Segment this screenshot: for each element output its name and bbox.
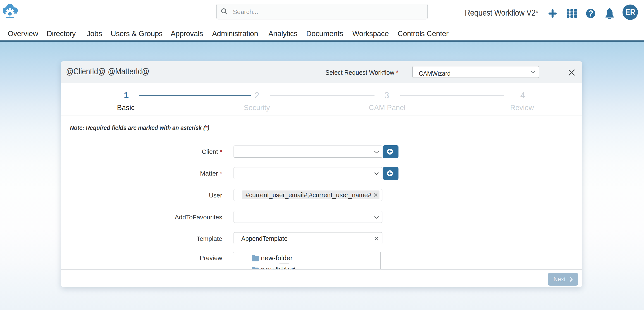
svg-text:?: ? (588, 9, 593, 18)
